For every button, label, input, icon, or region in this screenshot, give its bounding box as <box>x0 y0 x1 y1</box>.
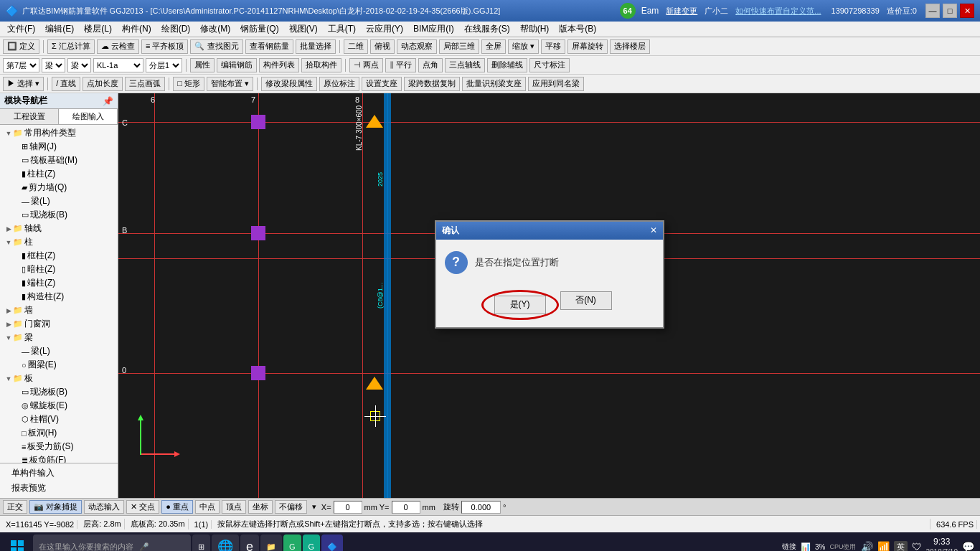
dim-btn[interactable]: 尺寸标注 <box>529 58 570 72</box>
annot-btn[interactable]: 原位标注 <box>319 77 359 91</box>
menu-item-在线服务[interactable]: 在线服务(S) <box>460 22 514 36</box>
tree-item[interactable]: ◎螺旋板(E) <box>1 399 116 413</box>
antivirus-icon[interactable]: 🛡 <box>912 541 922 551</box>
tree-item[interactable]: ⬡柱帽(V) <box>1 413 116 426</box>
tree-item[interactable]: ▮框柱(Z) <box>1 249 116 263</box>
point-len-btn[interactable]: 点加长度 <box>83 77 123 91</box>
menu-item-楼层L[interactable]: 楼层(L) <box>80 22 116 36</box>
pan-btn[interactable]: 平移 <box>541 39 565 54</box>
tree-item[interactable]: ▼📁板 <box>1 372 116 385</box>
edge-icon[interactable]: 🌐 <box>212 534 239 551</box>
tree-item[interactable]: ▭现浇板(B) <box>1 385 116 399</box>
tree-item[interactable]: ▶📁轴线 <box>1 222 116 235</box>
tree-item[interactable]: ―梁(L) <box>1 194 116 208</box>
start-button[interactable] <box>3 532 32 551</box>
dynamic-btn[interactable]: 动态观察 <box>397 39 437 54</box>
rect-btn[interactable]: □ 矩形 <box>173 77 204 91</box>
notification-icon[interactable]: 💬 <box>962 541 974 551</box>
minimize-button[interactable]: — <box>925 4 940 18</box>
tree-item[interactable]: ▼📁梁 <box>1 331 116 344</box>
ie-icon[interactable]: e <box>240 534 259 551</box>
menu-item-编辑E[interactable]: 编辑(E) <box>41 22 78 36</box>
snap-vertex-btn[interactable]: 顶点 <box>222 500 246 514</box>
name-select[interactable]: KL-1a <box>93 58 143 72</box>
property-btn[interactable]: 属性 <box>190 58 215 72</box>
folder-icon[interactable]: 📁 <box>260 534 282 551</box>
tree-item[interactable]: ▼📁柱 <box>1 235 116 249</box>
fullscreen-btn[interactable]: 全屏 <box>481 39 506 54</box>
menu-item-BIM应[interactable]: BIM应用(I) <box>409 22 458 36</box>
app-icon-3[interactable]: 🔷 <box>321 534 343 551</box>
copy-span-btn[interactable]: 梁跨数据复制 <box>404 77 460 91</box>
tree-single-input[interactable]: 单构件输入 <box>3 466 115 480</box>
snap-dynamic-btn[interactable]: 动态输入 <box>84 500 124 514</box>
tab-drawing-input[interactable]: 绘图输入 <box>59 109 118 124</box>
tab-project-settings[interactable]: 工程设置 <box>0 109 59 124</box>
network-icon[interactable]: 📶 <box>877 541 890 551</box>
local-3d-btn[interactable]: 局部三维 <box>439 39 479 54</box>
tree-item[interactable]: ○圈梁(E) <box>1 358 116 372</box>
panel-pin-icon[interactable]: 📌 <box>103 96 113 106</box>
glodon-icon[interactable]: G <box>283 534 301 551</box>
x-input[interactable] <box>334 501 362 514</box>
dialog-close-btn[interactable]: ✕ <box>650 225 657 235</box>
menu-item-云应用Y[interactable]: 云应用(Y) <box>362 22 407 36</box>
snap-midpoint-btn[interactable]: ● 重点 <box>161 500 193 514</box>
rotate-btn[interactable]: 屏幕旋转 <box>567 39 608 54</box>
help-link[interactable]: 如何快速布置自定义范... <box>735 6 821 17</box>
three-point-btn[interactable]: 三点轴线 <box>445 58 485 72</box>
tree-item[interactable]: ▯暗柱(Z) <box>1 263 116 276</box>
menu-item-视图V[interactable]: 视图(V) <box>285 22 322 36</box>
rotate-input[interactable] <box>461 501 501 514</box>
tree-item[interactable]: ≣板负筋(F) <box>1 453 116 463</box>
select-floor-btn[interactable]: 选择楼层 <box>610 39 650 54</box>
point-angle-btn[interactable]: 点角 <box>418 58 443 72</box>
menu-item-绘图D[interactable]: 绘图(D) <box>157 22 195 36</box>
subtype-select[interactable]: 梁 <box>67 58 91 72</box>
set-support-btn[interactable]: 设置支座 <box>362 77 402 91</box>
find-btn[interactable]: 🔍 查找图元 <box>190 39 242 54</box>
yes-button[interactable]: 是(Y) <box>494 296 546 314</box>
close-button[interactable]: ✕ <box>960 4 974 18</box>
menu-item-构件N[interactable]: 构件(N) <box>118 22 156 36</box>
menu-item-钢筋量Q[interactable]: 钢筋量(Q) <box>236 22 283 36</box>
edit-rebar-btn[interactable]: 编辑钢筋 <box>217 58 257 72</box>
zoom-btn[interactable]: 缩放 ▾ <box>508 39 539 54</box>
align-top-btn[interactable]: ≡ 平齐板顶 <box>141 39 188 54</box>
apply-same-btn[interactable]: 应用到同名梁 <box>528 77 584 91</box>
tree-item[interactable]: ▼📁常用构件类型 <box>1 126 116 140</box>
maximize-button[interactable]: □ <box>943 4 957 18</box>
menu-item-版本号B[interactable]: 版本号(B) <box>555 22 600 36</box>
floor-select[interactable]: 第7层 <box>3 58 39 72</box>
snap-orthogonal-btn[interactable]: 正交 <box>3 500 27 514</box>
parallel-btn[interactable]: ∥ 平行 <box>385 58 416 72</box>
tree-item[interactable]: □板洞(H) <box>1 426 116 440</box>
app-icon-2[interactable]: G <box>303 534 321 551</box>
menu-item-文件F[interactable]: 文件(F) <box>3 22 39 36</box>
tree-report-preview[interactable]: 报表预览 <box>3 481 115 495</box>
view-rebar-btn[interactable]: 查看钢筋量 <box>245 39 293 54</box>
menu-item-修改M[interactable]: 修改(M) <box>196 22 235 36</box>
no-button[interactable]: 否(N) <box>560 291 612 310</box>
tree-item[interactable]: ▮端柱(Z) <box>1 276 116 290</box>
batch-select-btn[interactable]: 批量选择 <box>296 39 336 54</box>
type-select[interactable]: 梁 <box>42 58 65 72</box>
tree-item[interactable]: ≡板受力筋(S) <box>1 440 116 453</box>
tree-item[interactable]: ▶📁门窗洞 <box>1 317 116 331</box>
level-select[interactable]: 分层1 <box>146 58 182 72</box>
del-aux-btn[interactable]: 删除辅线 <box>487 58 527 72</box>
tree-item[interactable]: ▶📁墙 <box>1 303 116 317</box>
tree-item[interactable]: ▭现浇板(B) <box>1 208 116 222</box>
cloud-check-btn[interactable]: ☁ 云检查 <box>97 39 139 54</box>
sound-icon[interactable]: 🔊 <box>861 541 873 551</box>
menu-item-工具T[interactable]: 工具(T) <box>324 22 360 36</box>
tree-item[interactable]: ―梁(L) <box>1 344 116 358</box>
tree-item[interactable]: ▭筏板基础(M) <box>1 154 116 167</box>
sum-btn[interactable]: Σ 汇总计算 <box>47 39 95 54</box>
three-arc-btn[interactable]: 三点画弧 <box>125 77 165 91</box>
canvas-area[interactable]: C B 0 6 7 8 KL-7 300×600 2025 (C8@1... <box>118 93 980 498</box>
two-point-btn[interactable]: ⊣ 两点 <box>349 58 383 72</box>
part-list-btn[interactable]: 构件列表 <box>259 58 299 72</box>
snap-coord-btn[interactable]: 坐标 <box>248 500 273 514</box>
select-btn[interactable]: ▶ 选择 ▾ <box>3 77 44 91</box>
